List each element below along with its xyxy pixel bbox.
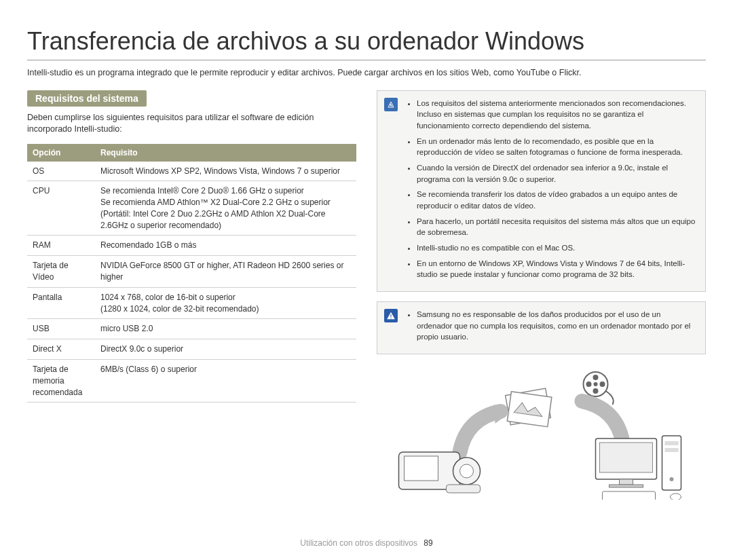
cell-option: CPU bbox=[27, 181, 95, 236]
warning-note-list: Samsung no es responsable de los daños p… bbox=[405, 309, 696, 347]
desktop-pc-icon bbox=[596, 436, 681, 500]
svg-rect-12 bbox=[405, 456, 438, 481]
note-box-warning: Samsung no es responsable de los daños p… bbox=[377, 301, 706, 354]
cell-req: 6MB/s (Class 6) o superior bbox=[95, 360, 356, 403]
table-row: CPUSe recomienda Intel® Core 2 Duo® 1.66… bbox=[27, 181, 356, 236]
section-text: Deben cumplirse los siguientes requisito… bbox=[27, 112, 356, 136]
svg-rect-15 bbox=[447, 485, 481, 493]
svg-rect-17 bbox=[600, 443, 653, 472]
list-item: Intelli-studio no es compatible con el M… bbox=[417, 242, 696, 254]
list-item: En un ordenador más lento de lo recomend… bbox=[417, 136, 696, 158]
right-column: ✎ Los requisitos del sistema anteriormen… bbox=[377, 90, 706, 500]
table-row: RAMRecomendado 1GB o más bbox=[27, 236, 356, 256]
intro-text: Intelli-studio es un programa integrado … bbox=[27, 67, 706, 79]
svg-rect-21 bbox=[665, 441, 679, 445]
svg-rect-1 bbox=[390, 314, 391, 317]
left-column: Requisitos del sistema Deben cumplirse l… bbox=[27, 90, 356, 500]
cell-option: Direct X bbox=[27, 339, 95, 360]
cell-req: NVIDIA GeForce 8500 GT or higher, ATI Ra… bbox=[95, 256, 356, 288]
list-item: Se recomienda transferir los datos de ví… bbox=[417, 189, 696, 211]
th-option: Opción bbox=[27, 144, 95, 162]
list-item: Los requisitos del sistema anteriormente… bbox=[417, 98, 696, 132]
cell-req: DirectX 9.0c o superior bbox=[95, 339, 356, 360]
svg-rect-19 bbox=[609, 485, 643, 487]
svg-rect-10 bbox=[507, 392, 552, 427]
transfer-illustration bbox=[377, 364, 706, 500]
svg-point-23 bbox=[670, 477, 674, 481]
list-item: En un entorno de Windows XP, Windows Vis… bbox=[417, 258, 696, 280]
svg-point-7 bbox=[586, 381, 592, 387]
cell-req: micro USB 2.0 bbox=[95, 319, 356, 339]
svg-point-4 bbox=[593, 375, 599, 380]
cell-option: Tarjeta de Vídeo bbox=[27, 256, 95, 288]
warning-icon bbox=[384, 309, 398, 322]
list-item: Para hacerlo, un portátil necesita requi… bbox=[417, 216, 696, 238]
arrow-icon bbox=[460, 405, 510, 452]
page-title: Transferencia de archivos a su ordenador… bbox=[27, 27, 706, 60]
svg-point-14 bbox=[460, 464, 474, 478]
cell-req: 1024 x 768, color de 16-bit o superior(1… bbox=[95, 287, 356, 319]
svg-point-25 bbox=[671, 493, 681, 500]
page-footer: Utilización con otros dispositivos 89 bbox=[0, 538, 733, 548]
camcorder-icon bbox=[399, 452, 481, 493]
table-row: Tarjeta de memoria recomendada6MB/s (Cla… bbox=[27, 360, 356, 403]
page-number: 89 bbox=[424, 538, 432, 548]
info-note-list: Los requisitos del sistema anteriormente… bbox=[405, 98, 696, 284]
table-row: Direct XDirectX 9.0c o superior bbox=[27, 339, 356, 360]
footer-section-label: Utilización con otros dispositivos bbox=[300, 538, 417, 548]
table-row: OSMicrosoft Windows XP SP2, Windows Vist… bbox=[27, 162, 356, 181]
list-item: Samsung no es responsable de los daños p… bbox=[417, 309, 696, 343]
note-box-info: ✎ Los requisitos del sistema anteriormen… bbox=[377, 90, 706, 292]
cell-option: Tarjeta de memoria recomendada bbox=[27, 360, 95, 403]
requirements-table: Opción Requisito OSMicrosoft Windows XP … bbox=[27, 144, 356, 403]
cell-req: Recomendado 1GB o más bbox=[95, 236, 356, 256]
svg-point-8 bbox=[594, 382, 598, 386]
cell-option: Pantalla bbox=[27, 287, 95, 319]
section-heading: Requisitos del sistema bbox=[27, 90, 147, 107]
info-icon: ✎ bbox=[384, 98, 398, 111]
svg-rect-18 bbox=[620, 479, 633, 485]
svg-rect-24 bbox=[603, 491, 656, 500]
content-columns: Requisitos del sistema Deben cumplirse l… bbox=[27, 90, 706, 500]
svg-text:✎: ✎ bbox=[390, 103, 392, 107]
cell-req: Microsoft Windows XP SP2, Windows Vista,… bbox=[95, 162, 356, 181]
table-row: USBmicro USB 2.0 bbox=[27, 319, 356, 339]
cell-option: RAM bbox=[27, 236, 95, 256]
svg-point-5 bbox=[600, 381, 605, 387]
table-header-row: Opción Requisito bbox=[27, 144, 356, 162]
svg-point-6 bbox=[593, 388, 599, 394]
cell-option: USB bbox=[27, 319, 95, 339]
cell-option: OS bbox=[27, 162, 95, 181]
list-item: Cuando la versión de DirectX del ordenad… bbox=[417, 162, 696, 185]
svg-rect-22 bbox=[665, 448, 679, 452]
cell-req: Se recomienda Intel® Core 2 Duo® 1.66 GH… bbox=[95, 181, 356, 236]
th-req: Requisito bbox=[95, 144, 356, 162]
svg-rect-2 bbox=[390, 318, 391, 318]
table-row: Tarjeta de VídeoNVIDIA GeForce 8500 GT o… bbox=[27, 256, 356, 288]
table-row: Pantalla1024 x 768, color de 16-bit o su… bbox=[27, 287, 356, 319]
photo-stack-icon bbox=[506, 388, 552, 427]
